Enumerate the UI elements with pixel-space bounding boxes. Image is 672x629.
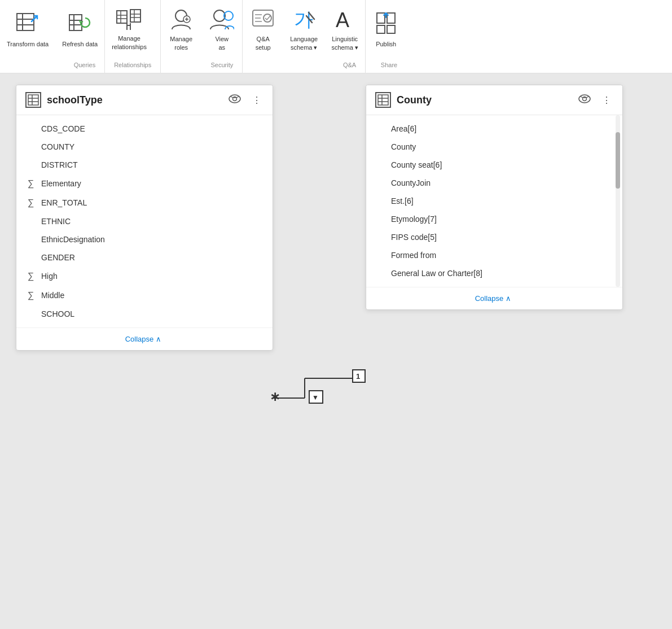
svg-rect-35 [387, 25, 395, 33]
field-elementary: ∑Elementary [16, 174, 273, 193]
field-high: ∑High [16, 267, 273, 286]
publish-label: Publish [376, 40, 396, 48]
svg-text:∗: ∗ [270, 390, 280, 404]
manage-relationships-button[interactable]: Managerelationships [105, 5, 153, 55]
field-cds-code: CDS_CODE [16, 120, 273, 138]
county-eye-btn[interactable] [576, 93, 593, 107]
refresh-data-label: Refresh data [62, 40, 98, 48]
field-enr-total: ∑ENR_TOTAL [16, 193, 273, 212]
publish-button[interactable]: Publish [366, 5, 406, 55]
svg-rect-50 [378, 95, 388, 105]
county-collapse-label: Collapse [475, 294, 504, 303]
toolbar: Transform data Refresh data Queries [0, 0, 672, 73]
transform-data-label: Transform data [7, 40, 49, 48]
qa-section-label: Q&A [334, 59, 365, 73]
county-title: County [397, 94, 576, 106]
linguistic-schema-button[interactable]: A Linguisticschema ▾ [324, 5, 365, 55]
language-schema-icon: 가 [291, 8, 318, 33]
view-as-button[interactable]: Viewas [201, 5, 242, 55]
toolbar-section-security: Manageroles Viewas Security [161, 0, 243, 73]
relationship-canvas: ∗ 1 ▼ schoolType [0, 73, 672, 629]
field-etymology: Etymology[7] [366, 210, 622, 228]
county-scrollbar-thumb[interactable] [616, 132, 620, 189]
field-fips: FIPS code[5] [366, 228, 622, 246]
county-table-icon [375, 92, 391, 108]
schooltype-table-icon [25, 92, 41, 108]
county-header: County ⋮ [366, 85, 622, 115]
manage-relationships-icon [116, 8, 143, 32]
field-general-law: General Law or Charter[8] [366, 264, 622, 282]
linguistic-schema-label: Linguisticschema ▾ [331, 35, 358, 51]
refresh-data-icon [67, 11, 94, 38]
field-countyjoin: CountyJoin [366, 174, 622, 192]
field-middle: ∑Middle [16, 286, 273, 305]
publish-icon [372, 11, 399, 38]
qa-setup-label: Q&Asetup [256, 35, 271, 51]
toolbar-section-share: Publish Share [366, 0, 406, 73]
svg-rect-42 [309, 391, 323, 403]
manage-relationships-label: Managerelationships [112, 34, 147, 51]
field-county: County [366, 138, 622, 156]
schooltype-card: schoolType ⋮ CDS_CODE COUNTY DISTRICT ∑E… [16, 85, 273, 351]
svg-text:1: 1 [356, 372, 360, 381]
svg-rect-44 [28, 95, 38, 105]
county-fields: Area[6] County County seat[6] CountyJoin… [366, 115, 622, 287]
manage-roles-button[interactable]: Manageroles [161, 5, 201, 55]
county-more-btn[interactable]: ⋮ [600, 94, 613, 107]
svg-text:▼: ▼ [312, 394, 319, 401]
field-county-seat: County seat[6] [366, 156, 622, 174]
svg-point-26 [263, 14, 271, 22]
field-est: Est.[6] [366, 192, 622, 210]
transform-data-icon [14, 11, 41, 38]
language-schema-label: Languageschema ▾ [290, 35, 318, 51]
manage-roles-icon [168, 8, 195, 33]
field-ethnic-designation: EthnicDesignation [16, 230, 273, 248]
linguistic-schema-icon: A [331, 8, 358, 33]
county-scrollbar-track[interactable] [616, 115, 620, 287]
field-formed-from: Formed from [366, 246, 622, 264]
field-ethnic: ETHNIC [16, 212, 273, 230]
transform-data-button[interactable]: Transform data [0, 5, 55, 55]
collapse-label: Collapse [125, 335, 154, 343]
county-card: County ⋮ Area[6] County County seat[6] C… [366, 85, 623, 310]
language-schema-button[interactable]: 가 Languageschema ▾ [283, 5, 324, 55]
field-district: DISTRICT [16, 156, 273, 174]
manage-roles-label: Manageroles [170, 35, 192, 51]
schooltype-more-btn[interactable]: ⋮ [250, 94, 263, 107]
county-collapse-btn[interactable]: Collapse ∧ [366, 287, 622, 309]
queries-section-label: Queries [65, 59, 105, 73]
field-school: SCHOOL [16, 305, 273, 323]
toolbar-section-qa: Q&Asetup 가 Languageschema ▾ A [243, 0, 366, 73]
svg-point-48 [229, 95, 240, 103]
toolbar-section-queries: Transform data Refresh data Queries [0, 0, 105, 73]
county-collapse-chevron: ∧ [506, 294, 511, 303]
schooltype-collapse-btn[interactable]: Collapse ∧ [16, 327, 273, 350]
qa-setup-icon [249, 8, 276, 33]
toolbar-section-relationships: Managerelationships Relationships [105, 0, 161, 73]
svg-rect-34 [377, 25, 385, 33]
svg-point-54 [579, 95, 590, 103]
schooltype-eye-btn[interactable] [226, 93, 243, 107]
collapse-chevron: ∧ [156, 335, 161, 343]
schooltype-title: schoolType [47, 94, 226, 106]
svg-text:가: 가 [294, 8, 313, 30]
field-area: Area[6] [366, 120, 622, 138]
share-section-label: Share [372, 59, 406, 73]
svg-rect-12 [130, 10, 140, 22]
view-as-icon [208, 8, 235, 33]
qa-setup-button[interactable]: Q&Asetup [243, 5, 283, 55]
field-county: COUNTY [16, 138, 273, 156]
relationships-section-label: Relationships [105, 59, 160, 73]
svg-text:A: A [336, 8, 349, 32]
field-gender: GENDER [16, 248, 273, 267]
schooltype-header: schoolType ⋮ [16, 85, 273, 115]
svg-rect-8 [117, 11, 127, 23]
svg-rect-40 [353, 370, 365, 382]
view-as-label: Viewas [215, 35, 229, 51]
schooltype-fields: CDS_CODE COUNTY DISTRICT ∑Elementary ∑EN… [16, 115, 273, 327]
security-section-label: Security [201, 59, 242, 73]
refresh-data-button[interactable]: Refresh data [55, 5, 104, 55]
